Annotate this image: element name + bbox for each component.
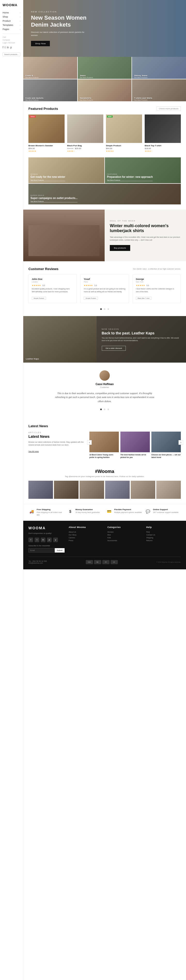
category-item-sweatshirts[interactable]: Sweatshirts See More Products (78, 80, 132, 101)
reviews-pagination (29, 306, 181, 311)
promo-banner-0[interactable]: WOMAN Get ready for the new winter See M… (29, 158, 104, 183)
news-prev-button[interactable]: ‹ (87, 440, 92, 445)
sidebar-item-templates[interactable]: Templates › (3, 23, 21, 27)
footer-about-1[interactable]: Our Story (69, 534, 103, 536)
pinterest-icon[interactable]: p (10, 46, 12, 49)
instagram-section: #Wooma Tag @wooma on your Instagram post… (23, 464, 186, 504)
footer: WOOMA Don't compromise on quality! f t i… (23, 521, 186, 570)
sidebar-cart-link[interactable]: Cart (3, 36, 21, 38)
news-carousel-container: 10 Best Colors Young users prefer in spr… (89, 431, 181, 459)
featured-more-link[interactable]: Check more products (157, 107, 181, 111)
twitter-icon[interactable]: t (5, 46, 5, 49)
product-image-0: SALE (29, 115, 65, 143)
product-image-1 (67, 115, 103, 143)
sidebar-item-shop[interactable]: Shop › (3, 15, 21, 19)
news-image-0 (89, 431, 119, 452)
footer-cat-0[interactable]: Women (108, 531, 142, 533)
news-card-0[interactable]: 10 Best Colors Young users prefer in spr… (89, 431, 119, 459)
footer-twitter-icon[interactable]: t (35, 538, 39, 542)
footer-about-0[interactable]: About Us (69, 531, 103, 533)
lookbook-title: Back to the past. Leather Kaps (102, 331, 181, 335)
footer-help-title: Help (146, 526, 181, 528)
news-card-1[interactable]: The best fashion trends we've picked for… (120, 431, 150, 459)
instagram-icon[interactable]: in (7, 46, 9, 49)
testimonial-dot-1[interactable] (100, 409, 102, 410)
news-image-1 (120, 431, 150, 452)
feature-payment-title: Flexible Payment (114, 508, 142, 511)
category-item-coats[interactable]: Coats & ... See More Products (23, 57, 77, 79)
news-section-title: Latest News (29, 434, 85, 439)
applepay-icon: AP (111, 560, 118, 564)
instagram-cell-2[interactable] (79, 481, 104, 499)
paypal-icon: PP (102, 560, 110, 564)
footer-categories-title: Categories (108, 526, 142, 528)
news-next-button[interactable]: › (178, 440, 183, 445)
review-product-1: Simple Product (84, 297, 98, 300)
footer-phone: Tel: +562 56 56 34 565 (29, 560, 47, 562)
instagram-cell-4[interactable] (131, 481, 155, 499)
news-label: ARTICLES (29, 431, 85, 433)
footer-instagram-icon[interactable]: in (41, 538, 46, 542)
category-item-coats-jackets[interactable]: Coats and Jackets See More Products (23, 80, 77, 101)
footer-pinterest-icon[interactable]: p (47, 538, 52, 542)
product-name-3: Black Top T-shirt (145, 145, 181, 147)
product-card-1[interactable]: Black Puri Bag $34.00 $29.00 ★★★★☆ (67, 115, 103, 152)
footer-help-2[interactable]: Shipping (146, 537, 181, 539)
dot-3[interactable] (108, 308, 109, 310)
instagram-cell-5[interactable] (156, 481, 181, 499)
footer-help-0[interactable]: FAQ (146, 531, 181, 533)
product-stars-3: ★★★★☆ (145, 150, 181, 152)
feature-shipping-desc: Free shipping on all orders over $50 (37, 511, 65, 516)
product-price-1: $34.00 $29.00 (67, 147, 103, 150)
sidebar-item-product[interactable]: Product › (3, 19, 21, 23)
reviewer-name-1: Yosef (84, 278, 125, 280)
instagram-cell-3[interactable] (105, 481, 130, 499)
footer-cat-3[interactable]: Accessories (108, 539, 142, 541)
reviews-header: Customer Reviews Our clients' voice - a … (29, 267, 181, 271)
main-content: NEW COLLECTION New Season Women Denim Ja… (23, 0, 186, 570)
footer-facebook-icon[interactable]: f (29, 538, 33, 542)
newsletter-label: Subscribe to the newsletter (29, 545, 65, 547)
product-name-2: Simple Product (106, 145, 142, 147)
category-item-tshirts[interactable]: T-shirts and Shirts See More Products (132, 80, 186, 101)
deal-button[interactable]: Buy products (110, 245, 130, 251)
mastercard-icon: MC (94, 560, 101, 564)
newsletter-input[interactable] (29, 548, 55, 552)
dot-2[interactable] (104, 308, 105, 310)
hero-cta-button[interactable]: Shop Now (31, 41, 50, 46)
instagram-cell-1[interactable] (54, 481, 78, 499)
testimonial-dot-2[interactable] (104, 409, 105, 410)
footer-youtube-icon[interactable]: y (53, 538, 58, 542)
featured-section: Featured Products Check more products SA… (23, 101, 186, 158)
footer-cat-1[interactable]: Men (108, 534, 142, 536)
sidebar-login-link[interactable]: Login / Account (3, 41, 21, 44)
footer-help-1[interactable]: Contact Us (146, 534, 181, 536)
testimonial-pagination (33, 407, 176, 411)
facebook-icon[interactable]: f (3, 46, 3, 49)
promo-banner-2[interactable]: SUPER DEALS Super campaigns on outlet pr… (29, 184, 181, 204)
product-card-0[interactable]: SALE Brown Women's Sweater $54.00 ★★★★★ (29, 115, 65, 152)
testimonial-avatar (99, 370, 110, 381)
newsletter-submit-button[interactable]: Submit (55, 548, 65, 552)
reviews-section: Customer Reviews Our clients' voice - a … (23, 262, 186, 316)
footer-cat-2[interactable]: Kids (108, 537, 142, 539)
footer-about-3[interactable]: Press (69, 539, 103, 541)
footer-help-3[interactable]: Returns (146, 539, 181, 541)
news-card-2[interactable]: Choose our best pieces — set our latest … (151, 431, 181, 459)
sidebar-item-pages[interactable]: Pages › (3, 27, 21, 31)
promo-banner-1[interactable]: FEATURED Preparation for winter: new app… (105, 158, 181, 183)
lookbook-button[interactable]: Get a sister discount (102, 346, 126, 351)
footer-about-2[interactable]: Careers (69, 537, 103, 539)
footer-contact: Tel: +562 56 56 34 565 info@wooma.com (29, 560, 47, 564)
news-all-link[interactable]: See All news (29, 450, 39, 452)
sidebar-compare-link[interactable]: Compare (3, 38, 21, 41)
category-item-skinny[interactable]: Skinny Jeans See More Products (132, 57, 186, 79)
instagram-cell-0[interactable] (29, 481, 53, 499)
category-item-jeans[interactable]: Jeans See More Products (78, 57, 132, 79)
testimonial-dot-3[interactable] (108, 409, 109, 410)
product-card-2[interactable]: NEW Simple Product $44.00 ★★★★★ (106, 115, 142, 152)
sidebar-item-home[interactable]: Home › (3, 11, 21, 15)
product-card-3[interactable]: Black Top T-shirt $18.00 ★★★★☆ (145, 115, 181, 152)
sidebar-search-input[interactable] (3, 52, 21, 56)
dot-1[interactable] (100, 308, 102, 310)
